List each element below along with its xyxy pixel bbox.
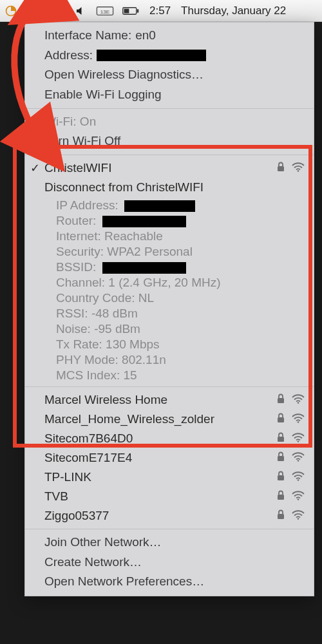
svg-point-18 [298,479,299,481]
mcs-label: MCS Index: [56,368,120,382]
security-row: Security: WPA2 Personal [25,244,314,260]
signal-icon [292,509,305,523]
network-row[interactable]: Ziggo05377 [25,506,314,526]
create-network[interactable]: Create Network… [25,553,314,573]
interface-name-value: en0 [135,28,156,44]
lock-icon [276,393,285,407]
security-value: WPA2 Personal [107,245,193,258]
svg-rect-7 [278,166,284,171]
ip-redacted [124,200,195,212]
connected-network-row[interactable]: ✓ ChristelWIFI [25,158,314,178]
svg-rect-6 [124,8,129,13]
divider [25,108,314,109]
internet-value: Reachable [104,229,163,243]
country-value: NL [138,291,154,305]
svg-point-8 [298,170,299,172]
txrate-label: Tx Rate: [56,337,102,351]
disconnect-row[interactable]: Disconnect from ChristelWIFI [25,178,314,198]
enable-logging-label: Enable Wi-Fi Logging [44,87,162,103]
txrate-row: Tx Rate: 130 Mbps [25,337,314,352]
svg-text:13E: 13E [100,8,110,14]
internet-label: Internet: [56,229,101,243]
phy-value: 802.11n [122,353,166,366]
country-label: Country Code: [56,291,135,305]
pie-icon[interactable] [3,3,19,19]
svg-rect-11 [278,417,284,422]
noise-row: Noise: -95 dBm [25,321,314,337]
network-row[interactable]: TP-LINK [25,468,314,487]
svg-point-22 [298,518,299,520]
enable-logging[interactable]: Enable Wi-Fi Logging [25,85,314,105]
network-name: Marcel_Home_Wireless_zolder [44,412,276,426]
wifi-icon[interactable] [26,3,43,19]
wifi-dropdown: Interface Name: en0 Address: Open Wirele… [24,22,314,596]
mcs-value: 15 [124,368,137,382]
rssi-row: RSSI: -48 dBm [25,306,314,321]
join-other[interactable]: Join Other Network… [25,533,314,553]
network-name: Marcel Wireless Home [44,393,276,407]
channel-label: Channel: [56,276,105,289]
rssi-value: -48 dBm [91,307,138,320]
address-redacted [97,50,206,61]
security-label: Security: [56,245,104,258]
txrate-value: 130 Mbps [106,337,159,351]
divider [25,386,314,387]
signal-icon [292,161,305,175]
open-diagnostics[interactable]: Open Wireless Diagnostics… [25,65,314,85]
svg-point-16 [298,460,299,462]
network-name: Ziggo05377 [44,509,276,523]
svg-point-12 [298,421,299,423]
svg-rect-19 [278,495,284,500]
bssid-label: BSSID: [56,260,96,274]
network-row[interactable]: Sitecom7B64D0 [25,429,314,448]
address-row: Address: [25,46,314,66]
signal-icon [292,470,305,484]
svg-rect-5 [137,9,139,12]
network-row[interactable]: SitecomE717E4 [25,448,314,468]
address-label: Address: [44,48,93,64]
svg-point-1 [33,13,35,14]
checkmark-icon: ✓ [30,161,40,175]
rssi-label: RSSI: [56,307,88,320]
svg-rect-9 [278,398,284,403]
network-row[interactable]: Marcel Wireless Home [25,390,314,410]
interface-name-row: Interface Name: en0 [25,23,314,46]
turn-wifi-off[interactable]: Turn Wi-Fi Off [25,131,314,151]
svg-point-10 [298,402,299,404]
lock-icon [276,451,285,465]
router-row: Router: [25,213,314,229]
bssid-redacted [102,262,186,274]
interface-name-label: Interface Name: [44,28,131,44]
lock-icon [276,470,285,484]
create-network-label: Create Network… [44,554,142,571]
phy-label: PHY Mode: [56,353,118,366]
svg-rect-21 [278,514,284,519]
network-name: TVB [44,489,276,504]
menubar-date[interactable]: Thursday, January 22 [181,5,286,17]
bssid-row: BSSID: [25,260,314,275]
network-name: SitecomE717E4 [44,451,276,465]
router-label: Router: [56,214,96,227]
country-row: Country Code: NL [25,290,314,306]
signal-icon [292,393,305,407]
open-prefs[interactable]: Open Network Preferences… [25,572,314,592]
network-row[interactable]: Marcel_Home_Wireless_zolder [25,410,314,429]
noise-value: -95 dBm [94,322,140,336]
menubar: 13E 2:57 Thursday, January 22 [0,0,322,22]
channel-row: Channel: 1 (2.4 GHz, 20 MHz) [25,275,314,290]
signal-icon [292,489,305,504]
battery-icon[interactable] [121,3,140,19]
lock-icon [276,509,285,523]
bluetooth-icon[interactable] [49,3,66,19]
volume-icon[interactable] [72,3,89,19]
menubar-clock[interactable]: 2:57 [149,5,171,17]
signal-icon [292,412,305,426]
network-name: Sitecom7B64D0 [44,431,276,446]
input-icon[interactable]: 13E [95,3,115,19]
ip-label: IP Address: [56,198,118,212]
network-name: TP-LINK [44,470,276,484]
channel-value: 1 (2.4 GHz, 20 MHz) [108,276,220,289]
network-row[interactable]: TVB [25,487,314,506]
signal-icon [292,451,305,465]
phy-row: PHY Mode: 802.11n [25,352,314,368]
